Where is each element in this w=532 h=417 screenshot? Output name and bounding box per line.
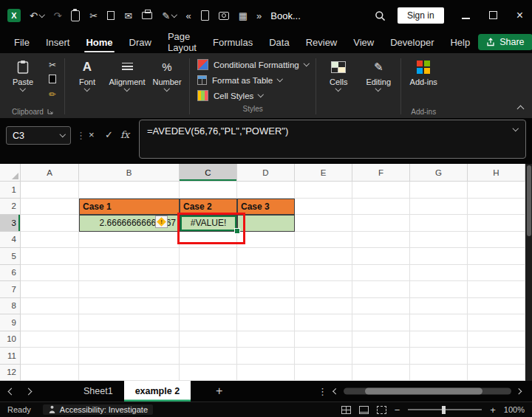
clipboard-icon[interactable] (71, 10, 80, 21)
cell-E11[interactable] (295, 348, 352, 365)
row-header-6[interactable]: 6 (0, 265, 21, 282)
cell-H4[interactable] (468, 232, 525, 249)
cell-F11[interactable] (352, 348, 410, 365)
cell-A8[interactable] (21, 298, 79, 315)
cell-D1[interactable] (237, 182, 295, 199)
error-options-button[interactable] (155, 216, 168, 228)
cell-A5[interactable] (21, 248, 79, 265)
vertical-scrollbar[interactable] (525, 164, 532, 381)
cell-B7[interactable] (79, 281, 180, 298)
cancel-button[interactable]: × (89, 130, 95, 139)
tab-home[interactable]: Home (78, 31, 120, 53)
zoom-out-button[interactable]: − (395, 405, 400, 415)
cell-H2[interactable] (468, 199, 525, 216)
tab-bar-kebab-icon[interactable]: ⋮ (318, 386, 327, 397)
horizontal-scrollbar[interactable] (334, 388, 520, 395)
cell-H11[interactable] (468, 348, 525, 365)
cell-E12[interactable] (295, 365, 352, 382)
horizontal-scrollbar-thumb[interactable] (365, 388, 482, 395)
undo-icon[interactable]: ↶ (30, 11, 44, 21)
cell-F4[interactable] (352, 232, 410, 249)
cell-F7[interactable] (352, 281, 410, 298)
tab-developer[interactable]: Developer (382, 31, 442, 53)
cell-D9[interactable] (237, 314, 295, 331)
cell-F3[interactable] (352, 215, 410, 232)
tab-draw[interactable]: Draw (121, 31, 160, 53)
share-button[interactable]: Share (478, 34, 532, 50)
cell-D10[interactable] (237, 331, 295, 348)
cell-G8[interactable] (410, 298, 468, 315)
cell-F5[interactable] (352, 248, 410, 265)
vertical-scrollbar-thumb[interactable] (527, 165, 531, 236)
search-icon[interactable] (375, 10, 386, 21)
cell-E6[interactable] (295, 265, 352, 282)
enter-button[interactable]: ✓ (105, 130, 113, 139)
column-header-A[interactable]: A (21, 164, 79, 182)
cell-H3[interactable] (468, 215, 525, 232)
cell-E7[interactable] (295, 281, 352, 298)
cell-A10[interactable] (21, 331, 79, 348)
excel-logo-icon[interactable]: X (7, 9, 21, 22)
formula-bar-drag-handle[interactable]: ⋮ (76, 130, 86, 141)
collapse-ribbon-button[interactable] (518, 99, 523, 112)
tab-view[interactable]: View (345, 31, 382, 53)
sheet-tab-example-2[interactable]: example 2 (124, 381, 191, 402)
tab-help[interactable]: Help (442, 31, 478, 53)
cell-A1[interactable] (21, 182, 79, 199)
cell-C12[interactable] (180, 365, 237, 382)
column-header-G[interactable]: G (410, 164, 468, 182)
cell-D12[interactable] (237, 365, 295, 382)
fill-handle[interactable] (234, 228, 240, 234)
cell-C10[interactable] (180, 331, 237, 348)
sheet-nav-right-icon[interactable] (25, 387, 33, 395)
copy-icon[interactable] (107, 11, 115, 20)
cell-G7[interactable] (410, 281, 468, 298)
cell-F10[interactable] (352, 331, 410, 348)
page-layout-view-button[interactable] (359, 406, 369, 414)
mail-icon[interactable]: ✉ (124, 11, 132, 21)
formula-input[interactable]: =AVEDEV(56,76,"PL","POWER") (139, 120, 526, 159)
pen-icon[interactable]: ✎ (162, 11, 176, 21)
cell-A4[interactable] (21, 232, 79, 249)
font-button[interactable]: A Font (67, 55, 107, 118)
cell-E2[interactable] (295, 199, 352, 216)
cut-button[interactable]: ✂ (49, 61, 56, 69)
cell-D3[interactable] (237, 215, 295, 232)
zoom-slider-thumb[interactable] (442, 406, 446, 414)
column-header-D[interactable]: D (237, 164, 295, 182)
cell-H7[interactable] (468, 281, 525, 298)
cell-styles-button[interactable]: Cell Styles (192, 89, 313, 102)
cell-F1[interactable] (352, 182, 410, 199)
row-header-11[interactable]: 11 (0, 348, 21, 365)
minimize-button[interactable] (462, 9, 470, 22)
format-as-table-button[interactable]: Format as Table (192, 75, 313, 86)
row-header-7[interactable]: 7 (0, 281, 21, 298)
zoom-in-button[interactable]: + (490, 405, 496, 415)
row-header-12[interactable]: 12 (0, 365, 21, 382)
cell-H10[interactable] (468, 331, 525, 348)
cell-B2[interactable]: Case 1 (79, 199, 180, 216)
row-header-4[interactable]: 4 (0, 232, 21, 249)
cell-H1[interactable] (468, 182, 525, 199)
cell-E9[interactable] (295, 314, 352, 331)
cell-E5[interactable] (295, 248, 352, 265)
tab-data[interactable]: Data (261, 31, 297, 53)
new-sheet-button[interactable]: + (216, 385, 222, 398)
cell-A6[interactable] (21, 265, 79, 282)
horizontal-scrollbar-track[interactable] (344, 388, 511, 395)
hscroll-right-icon[interactable] (515, 388, 521, 394)
insert-function-button[interactable]: fx (120, 130, 129, 139)
row-header-2[interactable]: 2 (0, 199, 21, 216)
sign-in-button[interactable]: Sign in (398, 7, 444, 24)
cell-E10[interactable] (295, 331, 352, 348)
cell-B4[interactable] (79, 232, 180, 249)
cell-G2[interactable] (410, 199, 468, 216)
cell-E4[interactable] (295, 232, 352, 249)
cell-B8[interactable] (79, 298, 180, 315)
toolbar-overflow-button[interactable]: » (256, 10, 262, 21)
cells-button[interactable]: Cells (318, 55, 358, 118)
add-ins-button[interactable]: Add-ins (403, 55, 443, 105)
cell-G9[interactable] (410, 314, 468, 331)
cell-B1[interactable] (79, 182, 180, 199)
cell-G1[interactable] (410, 182, 468, 199)
